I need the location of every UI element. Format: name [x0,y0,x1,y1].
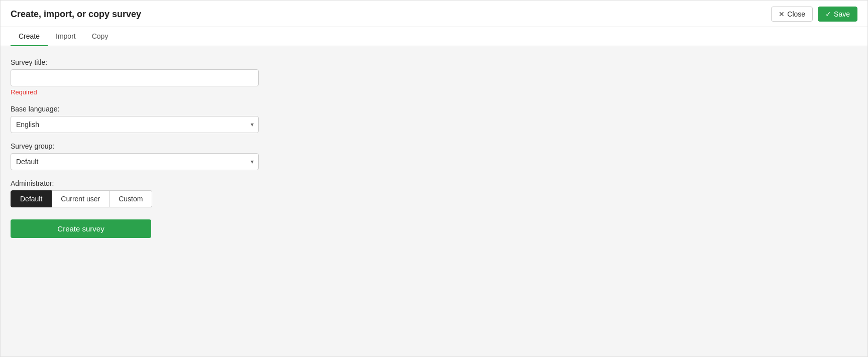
admin-button-group: Default Current user Custom [11,190,857,207]
admin-btn-current-user[interactable]: Current user [52,190,110,207]
base-language-group: Base language: English French Spanish Ge… [11,105,857,133]
admin-btn-default[interactable]: Default [11,190,52,207]
survey-title-group: Survey title: Required [11,58,857,96]
base-language-select[interactable]: English French Spanish German Portuguese [11,116,259,133]
modal-title: Create, import, or copy survey [11,9,141,25]
administrator-label: Administrator: [11,179,857,187]
close-icon: ✕ [779,10,785,18]
create-survey-button[interactable]: Create survey [11,219,151,238]
tab-create[interactable]: Create [11,27,48,46]
modal-body: Survey title: Required Base language: En… [1,46,867,356]
save-button[interactable]: ✓ Save [818,7,857,22]
survey-group-select[interactable]: Default Group 1 Group 2 [11,153,259,170]
modal: Create, import, or copy survey ✕ Close ✓… [0,0,868,357]
admin-btn-custom[interactable]: Custom [110,190,152,207]
base-language-select-wrapper: English French Spanish German Portuguese… [11,116,259,133]
required-text: Required [11,88,857,96]
close-button[interactable]: ✕ Close [771,7,813,22]
survey-group-select-wrapper: Default Group 1 Group 2 ▾ [11,153,259,170]
survey-group-group: Survey group: Default Group 1 Group 2 ▾ [11,142,857,170]
check-icon: ✓ [825,10,831,18]
close-label: Close [787,10,805,18]
survey-group-label: Survey group: [11,142,857,150]
survey-title-input[interactable] [11,69,259,86]
save-label: Save [834,10,850,18]
header-actions: ✕ Close ✓ Save [771,7,857,27]
tab-copy[interactable]: Copy [84,27,117,46]
tab-import[interactable]: Import [48,27,84,46]
survey-title-label: Survey title: [11,58,857,66]
base-language-label: Base language: [11,105,857,113]
tab-bar: Create Import Copy [1,27,867,46]
administrator-group: Administrator: Default Current user Cust… [11,179,857,207]
modal-header: Create, import, or copy survey ✕ Close ✓… [1,1,867,27]
